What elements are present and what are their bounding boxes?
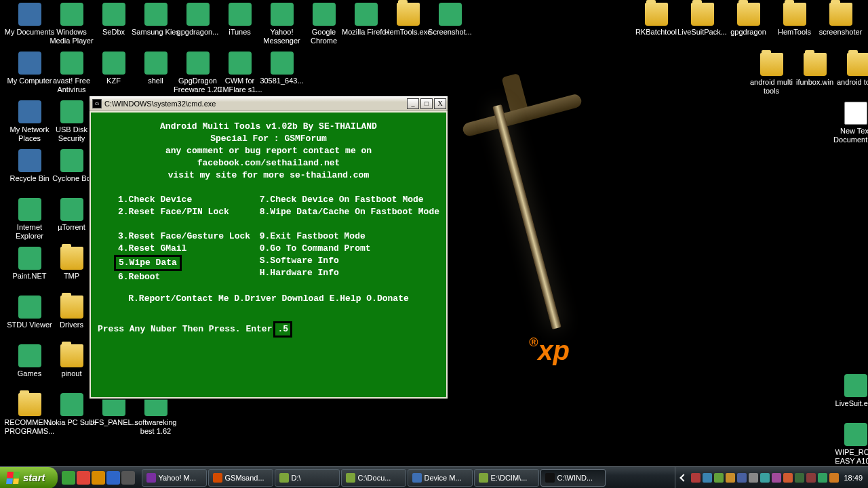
cmd-body[interactable]: Android Multi Tools v1.02b By SE-THAILAN… xyxy=(91,113,446,397)
desktop-icon-label: android tools xyxy=(833,78,868,87)
tray-icon[interactable] xyxy=(749,473,758,483)
quick-launch-item[interactable] xyxy=(106,471,120,485)
system-tray[interactable]: 18:49 xyxy=(675,467,868,488)
desktop-icon-label: LiveSuit.exe xyxy=(830,399,868,408)
tray-icon[interactable] xyxy=(818,473,827,483)
desktop-icon[interactable]: android tools xyxy=(833,53,868,87)
taskbar-task[interactable]: E:\DCIM\... xyxy=(474,469,539,487)
desktop-icon-label: HemTools xyxy=(769,28,820,37)
desktop-icon[interactable]: RKBatchtool xyxy=(631,3,682,37)
tray-icon[interactable] xyxy=(829,473,839,483)
taskbar-task[interactable]: C:\Docu... xyxy=(341,469,406,487)
quick-launch[interactable] xyxy=(62,471,135,485)
tray-icon[interactable] xyxy=(760,473,770,483)
folder-icon xyxy=(829,3,852,26)
menu-item: 7.Check Device On Fastboot Mode xyxy=(260,194,439,206)
desktop-icon[interactable]: gpgdragon xyxy=(723,3,774,37)
task-icon xyxy=(279,473,289,483)
app-icon xyxy=(60,3,83,26)
cmd-header-line: visit my site for more se-thailand.com xyxy=(98,169,439,182)
desktop-icon[interactable]: 30581_643... xyxy=(256,52,307,85)
cmd-window[interactable]: c\ C:\WINDOWS\system32\cmd.exe _ □ X And… xyxy=(89,96,448,399)
taskbar-task[interactable]: Yahoo! M... xyxy=(142,469,207,487)
task-icon xyxy=(213,473,222,483)
minimize-button[interactable]: _ xyxy=(407,98,419,109)
clock[interactable]: 18:49 xyxy=(844,474,863,482)
tray-expand-icon[interactable] xyxy=(680,474,688,481)
menu-bottom-row: R.Report/Contact Me D.Driver Download E.… xyxy=(98,293,439,305)
tray-icon[interactable] xyxy=(691,473,701,483)
app-icon xyxy=(844,374,867,397)
app-icon xyxy=(60,393,83,416)
task-label: Yahoo! M... xyxy=(159,474,196,482)
taskbar-task[interactable]: GSMsand... xyxy=(208,469,273,487)
app-icon xyxy=(102,52,125,75)
menu-item xyxy=(260,218,439,230)
quick-launch-item[interactable] xyxy=(121,471,135,485)
tray-icon[interactable] xyxy=(703,473,712,483)
folder-icon xyxy=(760,53,783,76)
tray-icon[interactable] xyxy=(726,473,735,483)
task-buttons[interactable]: Yahoo! M...GSMsand...D:\C:\Docu...Device… xyxy=(142,469,673,487)
app-icon xyxy=(18,100,41,123)
menu-item: 4.Reset GMail xyxy=(118,243,260,255)
folder-icon xyxy=(783,3,806,26)
cmd-header-line: Android Multi Tools v1.02b By SE-THAILAN… xyxy=(98,121,439,133)
app-icon xyxy=(844,423,867,446)
cmd-titlebar[interactable]: c\ C:\WINDOWS\system32\cmd.exe _ □ X xyxy=(90,96,448,111)
menu-item: 9.Exit Fastboot Mode xyxy=(260,230,439,243)
start-button[interactable]: start xyxy=(0,467,58,489)
desktop-icon[interactable]: LiveSuit.exe xyxy=(830,374,868,408)
desktop-icon[interactable]: LiveSuitPack... xyxy=(677,3,728,37)
folder-icon xyxy=(60,344,83,367)
quick-launch-item[interactable] xyxy=(92,471,105,485)
desktop-icon-label: screenshoter xyxy=(815,28,866,37)
task-label: Device M... xyxy=(425,474,462,482)
desktop-icon[interactable]: WIPE_ROM EASY A10... xyxy=(830,423,868,466)
app-icon xyxy=(102,3,125,26)
quick-launch-item[interactable] xyxy=(62,471,75,485)
desktop-icon-label: gpgdragon xyxy=(723,28,774,37)
desktop-icon[interactable]: HemTools xyxy=(769,3,820,37)
cmd-header-line: any comment or bug report contact me on … xyxy=(98,145,439,169)
menu-item: 8.Wipe Data/Cache On Fastboot Mode xyxy=(260,206,439,218)
app-icon xyxy=(60,52,83,75)
menu-item: 5.Wipe Data xyxy=(118,255,260,271)
folder-icon xyxy=(397,3,420,26)
task-label: E:\DCIM\... xyxy=(491,474,528,482)
prompt-input[interactable]: .5 xyxy=(273,321,292,338)
prompt-row[interactable]: Press Any Nuber Then Press. Enter .5 xyxy=(98,321,439,338)
tray-icon[interactable] xyxy=(737,473,747,483)
taskbar-task[interactable]: C:\WIND... xyxy=(540,469,606,487)
app-icon xyxy=(271,52,294,75)
folder-icon xyxy=(60,247,83,270)
tray-icon[interactable] xyxy=(714,473,724,483)
app-icon xyxy=(18,247,41,270)
taskbar-task[interactable]: D:\ xyxy=(275,469,340,487)
quick-launch-item[interactable] xyxy=(77,471,90,485)
task-icon xyxy=(479,473,488,483)
taskbar[interactable]: start Yahoo! M...GSMsand...D:\C:\Docu...… xyxy=(0,466,868,488)
tray-icon[interactable] xyxy=(795,473,804,483)
tray-icon[interactable] xyxy=(806,473,816,483)
app-icon xyxy=(144,52,167,75)
app-icon xyxy=(229,52,252,75)
app-icon xyxy=(18,344,41,367)
maximize-button[interactable]: □ xyxy=(420,98,433,109)
menu-item: S.Software Info xyxy=(260,255,439,267)
taskbar-task[interactable]: Device M... xyxy=(408,469,473,487)
menu-item: 3.Reset Face/Gesture Lock xyxy=(118,230,260,243)
desktop-icon-label: New Text Document.txt xyxy=(830,127,868,144)
task-label: D:\ xyxy=(292,474,301,482)
folder-icon xyxy=(691,3,714,26)
desktop-icon[interactable]: New Text Document.txt xyxy=(830,102,868,144)
desktop-icon[interactable]: Screenshot... xyxy=(425,3,475,37)
close-button[interactable]: X xyxy=(434,98,446,109)
app-icon xyxy=(186,52,210,75)
cmd-header-line: Special For : GSMForum xyxy=(98,133,439,145)
desktop-icon[interactable]: softwareking best 1.62 xyxy=(130,393,181,436)
app-icon xyxy=(271,3,294,26)
desktop-icon[interactable]: screenshoter xyxy=(815,3,866,37)
tray-icon[interactable] xyxy=(772,473,781,483)
tray-icon[interactable] xyxy=(783,473,793,483)
